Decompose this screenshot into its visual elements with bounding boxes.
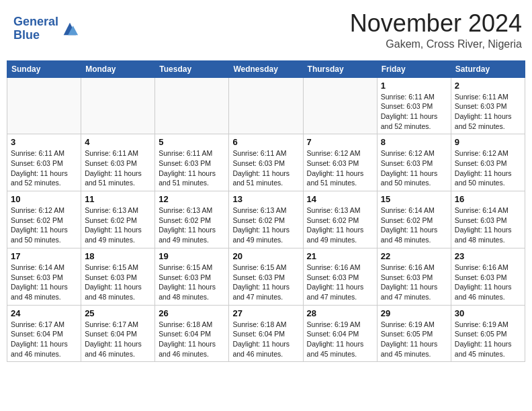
col-header-monday: Monday	[81, 60, 155, 77]
calendar-cell: 26Sunrise: 6:18 AMSunset: 6:04 PMDayligh…	[155, 305, 229, 362]
day-info: Sunrise: 6:14 AMSunset: 6:02 PMDaylight:…	[381, 205, 447, 245]
day-info: Sunrise: 6:19 AMSunset: 6:04 PMDaylight:…	[307, 320, 373, 359]
calendar-cell: 30Sunrise: 6:19 AMSunset: 6:05 PMDayligh…	[451, 305, 525, 362]
day-number: 10	[11, 194, 77, 204]
col-header-saturday: Saturday	[451, 60, 525, 77]
calendar-cell: 23Sunrise: 6:16 AMSunset: 6:03 PMDayligh…	[451, 248, 525, 305]
day-info: Sunrise: 6:11 AMSunset: 6:03 PMDaylight:…	[11, 148, 77, 188]
week-row-3: 10Sunrise: 6:12 AMSunset: 6:02 PMDayligh…	[7, 191, 525, 248]
day-number: 11	[85, 194, 151, 204]
day-info: Sunrise: 6:15 AMSunset: 6:03 PMDaylight:…	[232, 263, 299, 302]
calendar-cell: 21Sunrise: 6:16 AMSunset: 6:03 PMDayligh…	[303, 248, 377, 305]
col-header-sunday: Sunday	[7, 60, 81, 77]
day-info: Sunrise: 6:16 AMSunset: 6:03 PMDaylight:…	[307, 263, 373, 302]
day-info: Sunrise: 6:12 AMSunset: 6:03 PMDaylight:…	[381, 148, 447, 188]
calendar-table: SundayMondayTuesdayWednesdayThursdayFrid…	[7, 60, 525, 363]
day-info: Sunrise: 6:12 AMSunset: 6:03 PMDaylight:…	[455, 148, 521, 188]
day-info: Sunrise: 6:17 AMSunset: 6:04 PMDaylight:…	[85, 320, 151, 359]
calendar-cell: 19Sunrise: 6:15 AMSunset: 6:03 PMDayligh…	[155, 248, 229, 305]
calendar-cell: 3Sunrise: 6:11 AMSunset: 6:03 PMDaylight…	[7, 134, 81, 191]
calendar-cell	[229, 77, 303, 134]
calendar-cell: 11Sunrise: 6:13 AMSunset: 6:02 PMDayligh…	[81, 191, 155, 248]
day-info: Sunrise: 6:13 AMSunset: 6:02 PMDaylight:…	[307, 205, 373, 245]
calendar-cell: 16Sunrise: 6:14 AMSunset: 6:03 PMDayligh…	[451, 191, 525, 248]
calendar-cell	[7, 77, 81, 134]
day-info: Sunrise: 6:14 AMSunset: 6:03 PMDaylight:…	[455, 205, 521, 245]
week-row-2: 3Sunrise: 6:11 AMSunset: 6:03 PMDaylight…	[7, 134, 525, 191]
calendar-cell: 29Sunrise: 6:19 AMSunset: 6:05 PMDayligh…	[377, 305, 451, 362]
calendar-cell: 10Sunrise: 6:12 AMSunset: 6:02 PMDayligh…	[7, 191, 81, 248]
location-title: Gakem, Cross River, Nigeria	[350, 38, 522, 50]
calendar-cell	[303, 77, 377, 134]
day-number: 16	[455, 194, 521, 204]
day-number: 8	[381, 137, 447, 147]
day-number: 7	[307, 137, 373, 147]
day-info: Sunrise: 6:19 AMSunset: 6:05 PMDaylight:…	[381, 320, 447, 359]
calendar-cell: 4Sunrise: 6:11 AMSunset: 6:03 PMDaylight…	[81, 134, 155, 191]
day-info: Sunrise: 6:11 AMSunset: 6:03 PMDaylight:…	[455, 92, 521, 132]
logo-line1: General	[13, 15, 58, 29]
week-row-5: 24Sunrise: 6:17 AMSunset: 6:04 PMDayligh…	[7, 305, 525, 362]
calendar-cell: 28Sunrise: 6:19 AMSunset: 6:04 PMDayligh…	[303, 305, 377, 362]
page-header: General Blue November 2024 Gakem, Cross …	[7, 7, 525, 54]
calendar-cell	[155, 77, 229, 134]
calendar-cell: 22Sunrise: 6:16 AMSunset: 6:03 PMDayligh…	[377, 248, 451, 305]
day-number: 19	[159, 251, 225, 261]
day-number: 25	[85, 308, 151, 318]
day-number: 15	[381, 194, 447, 204]
day-number: 30	[455, 308, 521, 318]
day-number: 27	[232, 308, 299, 318]
day-number: 21	[307, 251, 373, 261]
day-info: Sunrise: 6:18 AMSunset: 6:04 PMDaylight:…	[232, 320, 299, 359]
day-info: Sunrise: 6:15 AMSunset: 6:03 PMDaylight:…	[85, 263, 151, 302]
calendar-cell: 1Sunrise: 6:11 AMSunset: 6:03 PMDaylight…	[377, 77, 451, 134]
day-info: Sunrise: 6:11 AMSunset: 6:03 PMDaylight:…	[159, 148, 225, 188]
day-info: Sunrise: 6:11 AMSunset: 6:03 PMDaylight:…	[381, 92, 447, 132]
day-info: Sunrise: 6:13 AMSunset: 6:02 PMDaylight:…	[232, 205, 299, 245]
day-info: Sunrise: 6:11 AMSunset: 6:03 PMDaylight:…	[85, 148, 151, 188]
day-number: 24	[11, 308, 77, 318]
day-info: Sunrise: 6:11 AMSunset: 6:03 PMDaylight:…	[232, 148, 299, 188]
col-header-thursday: Thursday	[303, 60, 377, 77]
calendar-header-row: SundayMondayTuesdayWednesdayThursdayFrid…	[7, 60, 525, 77]
day-number: 29	[381, 308, 447, 318]
col-header-wednesday: Wednesday	[229, 60, 303, 77]
calendar-cell: 15Sunrise: 6:14 AMSunset: 6:02 PMDayligh…	[377, 191, 451, 248]
calendar-cell: 13Sunrise: 6:13 AMSunset: 6:02 PMDayligh…	[229, 191, 303, 248]
calendar-cell: 2Sunrise: 6:11 AMSunset: 6:03 PMDaylight…	[451, 77, 525, 134]
day-info: Sunrise: 6:12 AMSunset: 6:03 PMDaylight:…	[307, 148, 373, 188]
calendar-cell: 14Sunrise: 6:13 AMSunset: 6:02 PMDayligh…	[303, 191, 377, 248]
day-number: 20	[232, 251, 299, 261]
day-info: Sunrise: 6:13 AMSunset: 6:02 PMDaylight:…	[85, 205, 151, 245]
day-number: 17	[11, 251, 77, 261]
logo: General Blue	[13, 15, 79, 42]
calendar-cell: 18Sunrise: 6:15 AMSunset: 6:03 PMDayligh…	[81, 248, 155, 305]
calendar-cell: 24Sunrise: 6:17 AMSunset: 6:04 PMDayligh…	[7, 305, 81, 362]
day-number: 5	[159, 137, 225, 147]
calendar-cell: 9Sunrise: 6:12 AMSunset: 6:03 PMDaylight…	[451, 134, 525, 191]
day-number: 13	[232, 194, 299, 204]
calendar-cell: 27Sunrise: 6:18 AMSunset: 6:04 PMDayligh…	[229, 305, 303, 362]
calendar-cell: 12Sunrise: 6:13 AMSunset: 6:02 PMDayligh…	[155, 191, 229, 248]
col-header-tuesday: Tuesday	[155, 60, 229, 77]
day-number: 14	[307, 194, 373, 204]
day-number: 26	[159, 308, 225, 318]
day-number: 28	[307, 308, 373, 318]
day-number: 22	[381, 251, 447, 261]
day-number: 3	[11, 137, 77, 147]
day-info: Sunrise: 6:16 AMSunset: 6:03 PMDaylight:…	[455, 263, 521, 302]
logo-icon	[60, 19, 79, 38]
day-number: 9	[455, 137, 521, 147]
title-block: November 2024 Gakem, Cross River, Nigeri…	[350, 10, 522, 50]
calendar-cell: 7Sunrise: 6:12 AMSunset: 6:03 PMDaylight…	[303, 134, 377, 191]
day-number: 1	[381, 81, 447, 91]
col-header-friday: Friday	[377, 60, 451, 77]
calendar-cell: 20Sunrise: 6:15 AMSunset: 6:03 PMDayligh…	[229, 248, 303, 305]
day-info: Sunrise: 6:18 AMSunset: 6:04 PMDaylight:…	[159, 320, 225, 359]
day-info: Sunrise: 6:14 AMSunset: 6:03 PMDaylight:…	[11, 263, 77, 302]
day-number: 23	[455, 251, 521, 261]
day-number: 18	[85, 251, 151, 261]
week-row-1: 1Sunrise: 6:11 AMSunset: 6:03 PMDaylight…	[7, 77, 525, 134]
day-info: Sunrise: 6:12 AMSunset: 6:02 PMDaylight:…	[11, 205, 77, 245]
calendar-cell: 25Sunrise: 6:17 AMSunset: 6:04 PMDayligh…	[81, 305, 155, 362]
